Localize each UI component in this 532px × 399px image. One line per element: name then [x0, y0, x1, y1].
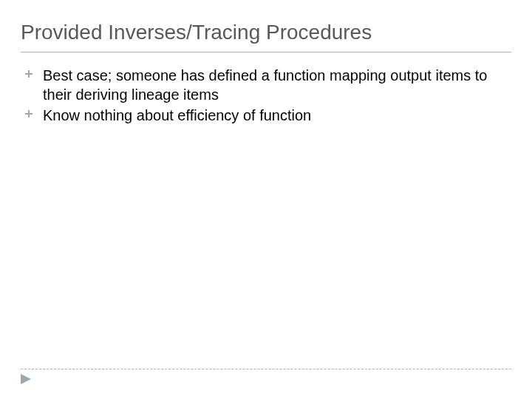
svg-marker-4 [21, 374, 31, 384]
footer-divider [21, 369, 511, 369]
slide-title: Provided Inverses/Tracing Procedures [21, 21, 511, 52]
svg-rect-1 [25, 73, 33, 75]
footer-marker-icon [21, 374, 31, 387]
slide-container: Provided Inverses/Tracing Procedures Bes… [0, 0, 532, 399]
bullet-list: Best case; someone has defined a functio… [21, 66, 511, 125]
list-item: Know nothing about efficiency of functio… [25, 106, 511, 125]
bullet-text: Best case; someone has defined a functio… [43, 66, 511, 104]
bullet-icon [25, 70, 35, 78]
bullet-text: Know nothing about efficiency of functio… [43, 106, 311, 125]
list-item: Best case; someone has defined a functio… [25, 66, 511, 104]
bullet-icon [25, 110, 35, 117]
svg-rect-3 [25, 113, 33, 115]
